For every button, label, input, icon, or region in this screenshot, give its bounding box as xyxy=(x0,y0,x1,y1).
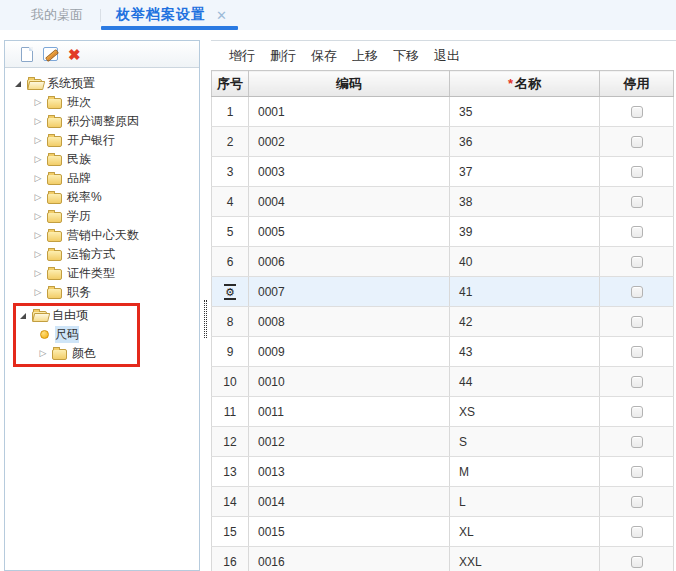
table-row[interactable]: 16 0016 XXL xyxy=(212,547,674,571)
tree-item[interactable]: ▷ 证件类型 xyxy=(11,264,199,283)
name-cell[interactable]: 39 xyxy=(450,217,600,247)
expand-arrow-icon[interactable] xyxy=(16,313,30,319)
edit-button[interactable] xyxy=(43,47,58,61)
disable-checkbox[interactable] xyxy=(631,346,643,358)
table-row[interactable]: 6 0006 40 xyxy=(212,247,674,277)
code-cell[interactable]: 0003 xyxy=(249,157,450,187)
disable-checkbox[interactable] xyxy=(631,406,643,418)
add-row-button[interactable]: 增行 xyxy=(229,47,255,65)
collapse-arrow-icon[interactable]: ▷ xyxy=(31,212,45,221)
table-row[interactable]: 8 0008 42 xyxy=(212,307,674,337)
code-cell[interactable]: 0008 xyxy=(249,307,450,337)
code-cell[interactable]: 0011 xyxy=(249,397,450,427)
collapse-arrow-icon[interactable]: ▷ xyxy=(31,174,45,183)
move-up-button[interactable]: 上移 xyxy=(352,47,378,65)
disable-checkbox[interactable] xyxy=(631,316,643,328)
tree-item-selected[interactable]: 尺码 xyxy=(16,325,137,344)
collapse-arrow-icon[interactable]: ▷ xyxy=(31,98,45,107)
collapse-arrow-icon[interactable]: ▷ xyxy=(31,136,45,145)
name-cell[interactable]: XS xyxy=(450,397,600,427)
collapse-arrow-icon[interactable]: ▷ xyxy=(31,231,45,240)
name-cell[interactable]: 41 xyxy=(450,277,600,307)
table-row[interactable]: 2 0002 36 xyxy=(212,127,674,157)
table-row[interactable]: 5 0005 39 xyxy=(212,217,674,247)
disable-checkbox[interactable] xyxy=(631,556,643,568)
disable-checkbox[interactable] xyxy=(631,136,643,148)
disable-checkbox[interactable] xyxy=(631,106,643,118)
collapse-arrow-icon[interactable]: ▷ xyxy=(31,288,45,297)
tree-item[interactable]: 系统预置 xyxy=(11,74,199,93)
name-cell[interactable]: 37 xyxy=(450,157,600,187)
table-row[interactable]: 13 0013 M xyxy=(212,457,674,487)
table-row[interactable]: 10 0010 44 xyxy=(212,367,674,397)
tree-item[interactable]: ▷ 民族 xyxy=(11,150,199,169)
name-cell[interactable]: L xyxy=(450,487,600,517)
name-cell[interactable]: XXL xyxy=(450,547,600,571)
code-cell[interactable]: 0016 xyxy=(249,547,450,571)
name-cell[interactable]: 38 xyxy=(450,187,600,217)
name-cell[interactable]: S xyxy=(450,427,600,457)
new-button[interactable] xyxy=(21,47,33,62)
disable-checkbox[interactable] xyxy=(631,286,643,298)
collapse-arrow-icon[interactable]: ▷ xyxy=(31,269,45,278)
name-cell[interactable]: 42 xyxy=(450,307,600,337)
tab-my-desktop[interactable]: 我的桌面 xyxy=(0,0,100,30)
name-cell[interactable]: 44 xyxy=(450,367,600,397)
exit-button[interactable]: 退出 xyxy=(434,47,460,65)
disable-checkbox[interactable] xyxy=(631,226,643,238)
code-cell[interactable]: 0004 xyxy=(249,187,450,217)
name-cell[interactable]: 36 xyxy=(450,127,600,157)
collapse-arrow-icon[interactable]: ▷ xyxy=(31,117,45,126)
table-row[interactable]: 4 0004 38 xyxy=(212,187,674,217)
disable-checkbox[interactable] xyxy=(631,466,643,478)
code-cell[interactable]: 0015 xyxy=(249,517,450,547)
tree-item[interactable]: ▷ 颜色 xyxy=(16,344,137,363)
name-cell[interactable]: M xyxy=(450,457,600,487)
collapse-arrow-icon[interactable]: ▷ xyxy=(36,349,50,358)
name-cell[interactable]: 43 xyxy=(450,337,600,367)
code-cell[interactable]: 0010 xyxy=(249,367,450,397)
tree-item[interactable]: ▷ 运输方式 xyxy=(11,245,199,264)
disable-checkbox[interactable] xyxy=(631,496,643,508)
table-row-current[interactable]: ⚙ 0007 41 xyxy=(212,277,674,307)
move-down-button[interactable]: 下移 xyxy=(393,47,419,65)
panel-splitter[interactable] xyxy=(202,40,210,571)
tree-item[interactable]: ▷ 职务 xyxy=(11,283,199,302)
code-cell[interactable]: 0005 xyxy=(249,217,450,247)
save-button[interactable]: 保存 xyxy=(311,47,337,65)
name-cell[interactable]: 35 xyxy=(450,97,600,127)
table-row[interactable]: 15 0015 XL xyxy=(212,517,674,547)
splitter-handle-icon[interactable] xyxy=(204,300,207,338)
table-row[interactable]: 9 0009 43 xyxy=(212,337,674,367)
table-row[interactable]: 11 0011 XS xyxy=(212,397,674,427)
tree-item[interactable]: 自由项 xyxy=(16,306,137,325)
collapse-arrow-icon[interactable]: ▷ xyxy=(31,250,45,259)
collapse-arrow-icon[interactable]: ▷ xyxy=(31,155,45,164)
tree-item[interactable]: ▷ 营销中心天数 xyxy=(11,226,199,245)
code-cell[interactable]: 0001 xyxy=(249,97,450,127)
tree-item[interactable]: ▷ 品牌 xyxy=(11,169,199,188)
tab-close-icon[interactable]: ✕ xyxy=(216,8,227,23)
disable-checkbox[interactable] xyxy=(631,436,643,448)
name-cell[interactable]: 40 xyxy=(450,247,600,277)
tree-item[interactable]: ▷ 税率% xyxy=(11,188,199,207)
delete-row-button[interactable]: 删行 xyxy=(270,47,296,65)
disable-checkbox[interactable] xyxy=(631,166,643,178)
table-row[interactable]: 1 0001 35 xyxy=(212,97,674,127)
code-cell[interactable]: 0009 xyxy=(249,337,450,367)
tree-item[interactable]: ▷ 积分调整原因 xyxy=(11,112,199,131)
code-cell[interactable]: 0012 xyxy=(249,427,450,457)
tree-item[interactable]: ▷ 开户银行 xyxy=(11,131,199,150)
code-cell[interactable]: 0014 xyxy=(249,487,450,517)
collapse-arrow-icon[interactable]: ▷ xyxy=(31,193,45,202)
table-row[interactable]: 3 0003 37 xyxy=(212,157,674,187)
tree-item[interactable]: ▷ 学历 xyxy=(11,207,199,226)
tree-item[interactable]: ▷ 班次 xyxy=(11,93,199,112)
name-cell[interactable]: XL xyxy=(450,517,600,547)
expand-arrow-icon[interactable] xyxy=(11,81,25,87)
disable-checkbox[interactable] xyxy=(631,376,643,388)
disable-checkbox[interactable] xyxy=(631,196,643,208)
code-cell[interactable]: 0007 xyxy=(249,277,450,307)
table-row[interactable]: 12 0012 S xyxy=(212,427,674,457)
code-cell[interactable]: 0013 xyxy=(249,457,450,487)
